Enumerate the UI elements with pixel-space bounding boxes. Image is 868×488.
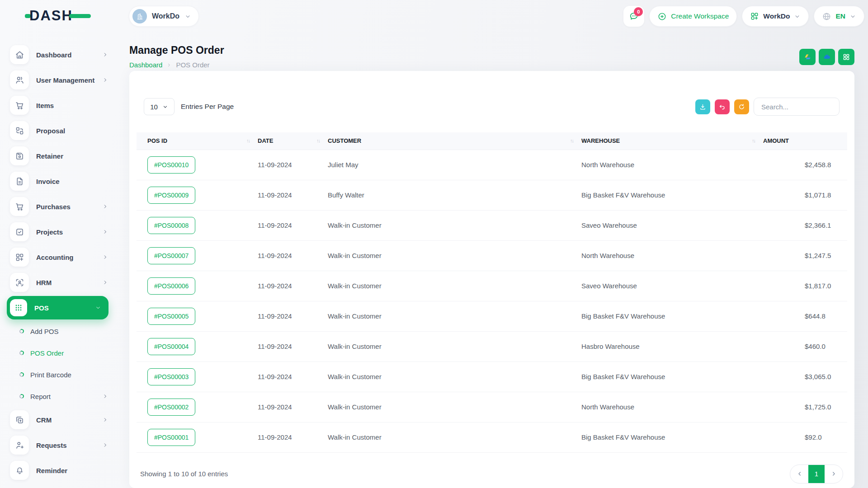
table-footer: Showing 1 to 10 of 10 entries 1: [129, 453, 854, 483]
sort-icon[interactable]: ↑↓: [570, 138, 573, 143]
main-content: Manage POS Order Dashboard POS Order 10: [129, 38, 854, 488]
warehouse-cell: Big Basket F&V Warehouse: [578, 301, 760, 331]
sidebar-item-user-management[interactable]: User Management: [0, 67, 118, 93]
sidebar-item-invoice[interactable]: Invoice: [0, 169, 118, 194]
google-drive-icon: [803, 53, 812, 61]
refresh-button[interactable]: [734, 99, 749, 114]
date-cell: 11-09-2024: [254, 180, 324, 210]
sidebar-item-reminder[interactable]: Reminder: [0, 458, 118, 483]
customer-cell: Walk-in Customer: [324, 331, 578, 361]
amount-cell: $460.0: [760, 331, 847, 361]
globe-icon: [822, 12, 831, 21]
export-button[interactable]: [695, 99, 710, 114]
column-header-pos-id[interactable]: POS ID↑↓: [137, 132, 254, 150]
pos-id-button[interactable]: #POS00005: [147, 308, 195, 325]
column-header-amount[interactable]: AMOUNT: [760, 132, 847, 150]
entries-per-page-label: Entries Per Page: [181, 103, 234, 111]
sidebar-item-items[interactable]: Items: [0, 93, 118, 118]
pos-id-button[interactable]: #POS00009: [147, 187, 195, 204]
customer-cell: Walk-in Customer: [324, 361, 578, 392]
sidebar-item-hrm[interactable]: HRM: [0, 270, 118, 295]
brand-logo[interactable]: DASH: [25, 8, 91, 24]
chevron-right-icon: [102, 254, 108, 260]
floppy-icon: [15, 151, 24, 161]
workspace-menu-button[interactable]: WorkDo: [742, 6, 809, 27]
chevron-down-icon: [794, 13, 801, 20]
pos-id-button[interactable]: #POS00004: [147, 338, 195, 355]
sidebar-item-projects[interactable]: Projects: [0, 219, 118, 244]
sidebar-item-pos[interactable]: POS: [7, 296, 108, 319]
building-icon: [136, 12, 144, 21]
cart-icon: [15, 202, 24, 211]
sidebar-item-retainer[interactable]: Retainer: [0, 143, 118, 169]
pos-id-button[interactable]: #POS00007: [147, 247, 195, 264]
pos-id-button[interactable]: #POS00010: [147, 156, 195, 174]
date-cell: 11-09-2024: [254, 301, 324, 331]
reset-button[interactable]: [715, 99, 730, 114]
sidebar-item-proposal[interactable]: Proposal: [0, 118, 118, 143]
checkbox-icon: [15, 227, 24, 237]
date-cell: 11-09-2024: [254, 271, 324, 301]
sidebar-item-purchases[interactable]: Purchases: [0, 194, 118, 219]
entries-per-page-select[interactable]: 10: [144, 98, 175, 115]
pos-id-button[interactable]: #POS00001: [147, 429, 195, 446]
pos-id-button[interactable]: #POS00003: [147, 368, 195, 385]
quick-actions: [799, 49, 854, 65]
date-cell: 11-09-2024: [254, 240, 324, 271]
amount-cell: $644.8: [760, 301, 847, 331]
plus-circle-icon: [657, 12, 667, 21]
pagination-prev-button[interactable]: [790, 465, 808, 483]
bell-icon: [15, 466, 24, 475]
sort-icon[interactable]: ↑↓: [246, 138, 250, 143]
pagination-page-1[interactable]: 1: [808, 465, 825, 483]
user-plus-icon: [15, 441, 24, 450]
amount-cell: $1,817.0: [760, 271, 847, 301]
date-cell: 11-09-2024: [254, 331, 324, 361]
chevron-down-icon: [849, 13, 856, 20]
messages-button[interactable]: 0: [623, 6, 644, 27]
pagination: 1: [790, 465, 843, 483]
amount-cell: $92.0: [760, 422, 847, 452]
chevron-down-icon: [184, 13, 191, 20]
language-button[interactable]: EN: [814, 6, 864, 27]
search-input[interactable]: [754, 98, 840, 116]
sidebar-subitem-report[interactable]: Report: [0, 385, 118, 407]
customer-cell: Walk-in Customer: [324, 301, 578, 331]
table-row: #POS00002 11-09-2024 Walk-in Customer No…: [137, 392, 847, 422]
amount-cell: $2,458.8: [760, 150, 847, 180]
bullet-icon: [19, 350, 24, 356]
table-controls: 10 Entries Per Page: [129, 71, 854, 116]
bullet-icon: [19, 394, 24, 399]
google-drive-button[interactable]: [799, 49, 816, 65]
column-header-customer[interactable]: CUSTOMER↑↓: [324, 132, 578, 150]
grid-view-button[interactable]: [838, 49, 854, 65]
pos-order-card: 10 Entries Per Page: [129, 71, 854, 488]
onedrive-button[interactable]: [819, 49, 835, 65]
column-header-date[interactable]: DATE↑↓: [254, 132, 324, 150]
pos-id-button[interactable]: #POS00002: [147, 399, 195, 416]
sidebar-subitem-add-pos[interactable]: Add POS: [0, 320, 118, 342]
sidebar-item-crm[interactable]: CRM: [0, 407, 118, 432]
chevron-right-icon: [102, 417, 108, 423]
table-row: #POS00006 11-09-2024 Walk-in Customer Sa…: [137, 271, 847, 301]
pos-order-table: POS ID↑↓ DATE↑↓ CUSTOMER↑↓ WAREHOUSE↑↓ A…: [137, 132, 847, 453]
breadcrumb-current: POS Order: [176, 61, 209, 69]
chevron-right-icon: [830, 470, 837, 477]
workspace-selector[interactable]: WorkDo: [129, 6, 199, 27]
breadcrumb-dashboard-link[interactable]: Dashboard: [129, 61, 162, 69]
sidebar-subitem-pos-order[interactable]: POS Order: [0, 342, 118, 364]
brand-logo-text: DASH: [29, 8, 73, 24]
pos-order-table-wrap: POS ID↑↓ DATE↑↓ CUSTOMER↑↓ WAREHOUSE↑↓ A…: [129, 132, 854, 453]
sort-icon[interactable]: ↑↓: [316, 138, 320, 143]
pagination-next-button[interactable]: [825, 465, 843, 483]
sidebar-item-requests[interactable]: Requests: [0, 432, 118, 458]
sidebar-item-accounting[interactable]: Accounting: [0, 244, 118, 270]
grid-icon: [842, 53, 850, 61]
sidebar-item-dashboard[interactable]: Dashboard: [0, 42, 118, 67]
pos-id-button[interactable]: #POS00006: [147, 277, 195, 295]
column-header-warehouse[interactable]: WAREHOUSE↑↓: [578, 132, 760, 150]
pos-id-button[interactable]: #POS00008: [147, 217, 195, 234]
create-workspace-button[interactable]: Create Workspace: [649, 6, 737, 27]
sidebar-subitem-print-barcode[interactable]: Print Barcode: [0, 364, 118, 385]
sort-icon[interactable]: ↑↓: [752, 138, 755, 143]
